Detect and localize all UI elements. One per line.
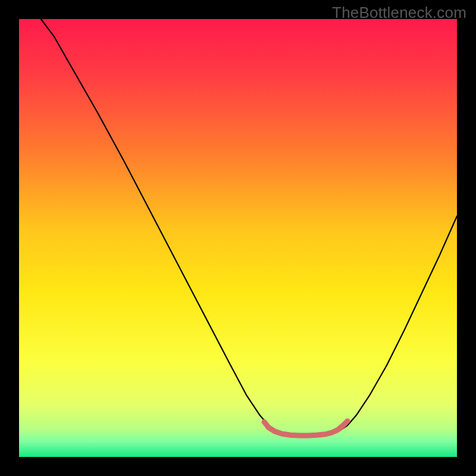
- watermark-text: TheBottleneck.com: [332, 4, 466, 22]
- chart-frame: TheBottleneck.com: [0, 0, 476, 476]
- bottleneck-chart: [0, 0, 476, 476]
- plot-background: [19, 19, 457, 457]
